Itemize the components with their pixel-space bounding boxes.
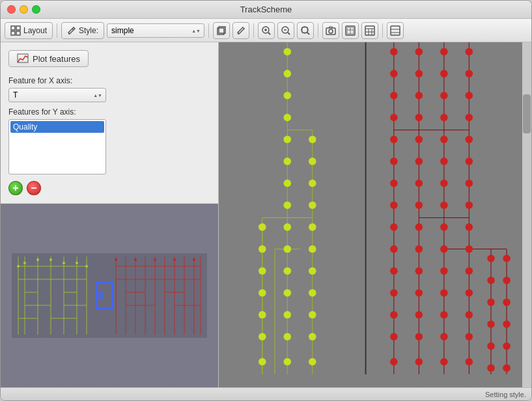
main-content: Plot features Feature for X axis: T Feat… [1, 42, 531, 387]
svg-point-181 [466, 92, 473, 100]
scrollbar-track[interactable] [522, 42, 531, 387]
svg-point-51 [49, 258, 52, 261]
table-icon [365, 25, 375, 36]
zoom-in-button[interactable] [258, 22, 275, 39]
maximize-btn[interactable] [32, 5, 40, 14]
svg-point-143 [390, 245, 398, 253]
scrollbar-thumb[interactable] [523, 94, 531, 133]
svg-point-195 [487, 277, 495, 284]
svg-point-76 [115, 258, 117, 261]
svg-rect-29 [391, 26, 400, 35]
svg-point-162 [415, 333, 423, 340]
layout-button[interactable]: Layout [5, 22, 53, 39]
svg-point-189 [466, 267, 473, 275]
copy-tracks-button[interactable] [213, 22, 230, 39]
svg-point-108 [309, 201, 316, 209]
plot-features-section: Plot features Feature for X axis: T Feat… [1, 42, 218, 204]
svg-point-56 [85, 265, 88, 268]
svg-point-142 [390, 223, 398, 231]
close-btn[interactable] [7, 5, 16, 14]
svg-point-171 [440, 201, 448, 209]
svg-point-122 [259, 333, 266, 340]
svg-point-52 [23, 262, 26, 264]
right-panel [219, 42, 531, 387]
svg-point-90 [284, 48, 292, 56]
edit-button[interactable] [232, 22, 249, 39]
svg-point-15 [301, 27, 308, 33]
svg-point-180 [466, 70, 473, 77]
zoom-fit-button[interactable] [297, 22, 314, 39]
svg-point-194 [487, 255, 495, 262]
status-text: Setting style. [485, 391, 526, 398]
svg-point-101 [284, 289, 292, 297]
titlebar: TrackScheme [1, 1, 531, 19]
svg-point-19 [329, 29, 333, 33]
svg-point-163 [415, 358, 423, 366]
svg-point-119 [259, 267, 266, 275]
svg-point-105 [309, 135, 316, 143]
style-select[interactable]: simple full minimal [107, 23, 204, 38]
plot-features-button[interactable]: Plot features [8, 50, 89, 67]
svg-point-184 [466, 158, 473, 165]
svg-point-198 [487, 342, 495, 350]
svg-point-138 [390, 135, 398, 143]
svg-point-134 [390, 48, 398, 56]
svg-point-95 [284, 158, 292, 165]
zoom-fit-icon [300, 25, 311, 36]
svg-rect-32 [18, 54, 28, 62]
toolbar-sep-2 [208, 23, 209, 38]
track-svg [219, 42, 531, 374]
svg-point-202 [503, 299, 511, 307]
plot-features-label: Plot features [33, 54, 80, 64]
feature-y-list[interactable]: Quality [8, 119, 106, 174]
svg-line-11 [268, 33, 270, 35]
svg-point-165 [440, 70, 448, 77]
zoom-out-button[interactable] [277, 22, 294, 39]
svg-point-168 [440, 135, 448, 143]
svg-point-179 [466, 48, 473, 56]
svg-point-164 [440, 48, 448, 56]
svg-point-136 [390, 92, 398, 100]
toolbar-sep-5 [382, 23, 383, 38]
capture-icon [326, 25, 336, 36]
svg-rect-24 [365, 26, 374, 35]
svg-point-173 [440, 245, 448, 253]
style-button[interactable]: Style: [61, 22, 104, 39]
grid-view-icon [390, 25, 400, 36]
feature-y-item-quality[interactable]: Quality [10, 121, 104, 133]
capture-button[interactable] [322, 22, 339, 39]
feature-x-select[interactable]: T [8, 88, 106, 102]
feature-x-select-wrapper[interactable]: T [8, 88, 106, 102]
svg-point-144 [390, 267, 398, 275]
export-icon [345, 25, 356, 36]
svg-point-55 [17, 265, 20, 268]
svg-rect-17 [302, 27, 307, 33]
svg-point-197 [487, 320, 495, 328]
svg-point-156 [415, 201, 423, 209]
svg-point-78 [154, 258, 156, 261]
feature-x-label: Feature for X axis: [8, 76, 210, 85]
svg-point-137 [390, 114, 398, 122]
edit-icon [236, 25, 246, 36]
svg-point-50 [36, 258, 39, 261]
export-button[interactable] [342, 22, 359, 39]
svg-point-177 [440, 333, 448, 340]
minimize-btn[interactable] [20, 5, 28, 14]
svg-point-149 [415, 48, 423, 56]
svg-point-123 [259, 358, 266, 366]
style-select-wrapper[interactable]: simple full minimal [107, 23, 204, 38]
add-y-feature-button[interactable]: + [8, 181, 23, 195]
remove-y-feature-button[interactable]: − [27, 181, 41, 195]
svg-point-99 [284, 245, 292, 253]
layout-label: Layout [23, 26, 47, 35]
svg-point-118 [259, 245, 266, 253]
svg-point-100 [284, 267, 292, 275]
svg-point-139 [390, 158, 398, 165]
layout-icon [10, 25, 21, 36]
table-button[interactable] [361, 22, 378, 39]
window-title: TrackScheme [240, 5, 292, 14]
svg-point-109 [309, 223, 316, 231]
grid-view-button[interactable] [387, 22, 404, 39]
add-icon: + [12, 183, 18, 193]
svg-rect-81 [231, 42, 520, 374]
